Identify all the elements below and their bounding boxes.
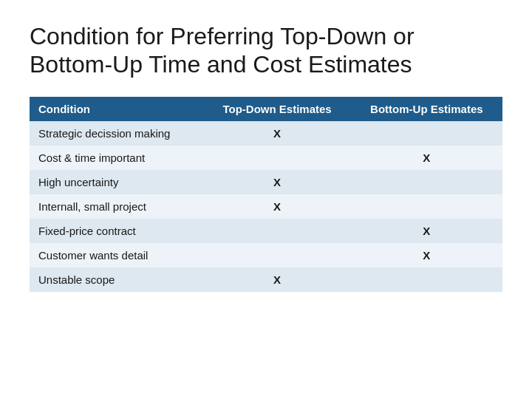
cell-condition: High uncertainty: [30, 170, 203, 194]
cell-topdown: [203, 146, 350, 170]
cell-bottomup: [351, 121, 502, 146]
table-row: Customer wants detailX: [30, 243, 502, 267]
cell-topdown: X: [203, 267, 350, 292]
table-row: Unstable scopeX: [30, 267, 502, 292]
page-title: Condition for Preferring Top-Down or Bot…: [30, 22, 502, 79]
cell-bottomup: [351, 170, 502, 194]
table-row: Fixed-price contractX: [30, 219, 502, 243]
cell-bottomup: X: [351, 219, 502, 243]
header-condition: Condition: [30, 97, 203, 121]
cell-condition: Internall, small project: [30, 194, 203, 219]
cell-topdown: [203, 219, 350, 243]
cell-topdown: [203, 243, 350, 267]
table-row: Internall, small projectX: [30, 194, 502, 219]
cell-condition: Fixed-price contract: [30, 219, 203, 243]
cell-condition: Strategic decission making: [30, 121, 203, 146]
cell-topdown: X: [203, 121, 350, 146]
table-row: Cost & time importantX: [30, 146, 502, 170]
cell-condition: Cost & time important: [30, 146, 203, 170]
header-bottomup: Bottom-Up Estimates: [351, 97, 502, 121]
table-row: Strategic decission makingX: [30, 121, 502, 146]
cell-bottomup: [351, 194, 502, 219]
cell-bottomup: X: [351, 146, 502, 170]
table-header-row: Condition Top-Down Estimates Bottom-Up E…: [30, 97, 502, 121]
cell-condition: Unstable scope: [30, 267, 203, 292]
cell-bottomup: [351, 267, 502, 292]
cell-topdown: X: [203, 170, 350, 194]
page: Condition for Preferring Top-Down or Bot…: [0, 0, 532, 399]
table-row: High uncertaintyX: [30, 170, 502, 194]
cell-condition: Customer wants detail: [30, 243, 203, 267]
header-topdown: Top-Down Estimates: [203, 97, 350, 121]
comparison-table: Condition Top-Down Estimates Bottom-Up E…: [30, 97, 502, 292]
cell-topdown: X: [203, 194, 350, 219]
cell-bottomup: X: [351, 243, 502, 267]
